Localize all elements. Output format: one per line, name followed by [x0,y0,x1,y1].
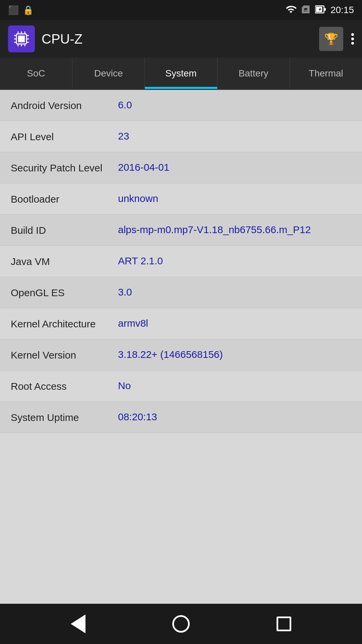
table-row: Build ID alps-mp-m0.mp7-V1.18_nb6755.66.… [0,215,362,246]
table-row: Java VM ART 2.1.0 [0,246,362,277]
table-row: OpenGL ES 3.0 [0,277,362,308]
app-logo [8,25,35,52]
sim-icon [301,5,310,15]
row-label: Security Patch Level [11,162,118,174]
row-value: 2016-04-01 [118,162,351,173]
row-value: 6.0 [118,99,351,111]
tab-system[interactable]: System [145,58,217,89]
row-value: ART 2.1.0 [118,255,351,267]
status-time: 20:15 [330,5,354,15]
table-row: Bootloader unknown [0,183,362,215]
row-label: Bootloader [11,193,118,205]
tab-soc[interactable]: SoC [0,58,72,89]
dot2 [351,38,354,40]
back-icon [71,614,85,633]
tab-device[interactable]: Device [72,58,145,89]
trophy-button[interactable]: 🏆 [319,27,343,51]
nav-home-button[interactable] [168,610,194,637]
app-title: CPU-Z [42,32,312,47]
svg-rect-1 [324,8,326,11]
row-label: Android Version [11,99,118,111]
home-icon [172,615,190,633]
row-value: 3.18.22+ (1466568156) [118,349,351,360]
row-label: System Uptime [11,411,118,423]
nav-recent-button[interactable] [270,610,297,637]
gallery-icon: ⬛ [8,6,19,14]
row-label: API Level [11,130,118,143]
app-bar-actions: 🏆 [319,27,354,51]
row-label: Root Access [11,380,118,392]
wifi-icon [286,4,296,16]
row-label: Build ID [11,224,118,236]
row-label: Java VM [11,255,118,267]
row-value: unknown [118,193,351,204]
battery-icon [315,5,326,15]
nav-back-button[interactable] [65,610,92,637]
nav-bar [0,604,362,644]
recent-icon [277,616,291,631]
row-value: alps-mp-m0.mp7-V1.18_nb6755.66.m_P12 [118,224,351,235]
table-row: Android Version 6.0 [0,90,362,121]
svg-rect-4 [18,36,25,42]
dot1 [351,33,354,36]
lock-icon: 🔒 [23,6,34,14]
status-bar: ⬛ 🔒 20:15 [0,0,362,20]
table-row: System Uptime 08:20:13 [0,402,362,433]
tab-thermal[interactable]: Thermal [290,58,362,89]
row-label: Kernel Architecture [11,318,118,330]
app-bar: CPU-Z 🏆 [0,20,362,58]
status-left-icons: ⬛ 🔒 [8,6,34,14]
dot3 [351,42,354,45]
row-value: No [118,380,351,391]
row-value: 3.0 [118,286,351,298]
table-row: Root Access No [0,371,362,402]
row-value: 23 [118,130,351,142]
row-value: 08:20:13 [118,411,351,423]
trophy-icon: 🏆 [324,32,338,46]
row-value: armv8l [118,318,351,329]
row-label: Kernel Version [11,349,118,361]
table-row: Security Patch Level 2016-04-01 [0,152,362,183]
tab-battery[interactable]: Battery [218,58,290,89]
more-menu-button[interactable] [351,33,354,45]
row-label: OpenGL ES [11,286,118,299]
table-row: API Level 23 [0,121,362,152]
cpu-icon [11,29,32,49]
table-row: Kernel Version 3.18.22+ (1466568156) [0,339,362,371]
table-row: Kernel Architecture armv8l [0,308,362,339]
tab-bar: SoC Device System Battery Thermal [0,58,362,90]
system-info-content: Android Version 6.0 API Level 23 Securit… [0,90,362,604]
